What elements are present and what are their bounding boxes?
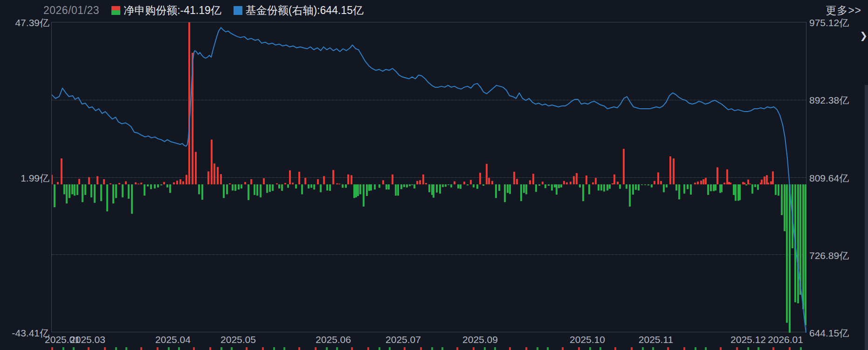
legend-label: 净申购份额:	[124, 3, 180, 18]
x-axis-tick-label: 2026.01	[768, 334, 803, 345]
x-axis-tick-label: 2025.10	[570, 334, 605, 345]
left-axis-tick-label: 47.39亿	[1, 16, 49, 29]
x-axis-tick-label: 2025.09	[462, 334, 498, 345]
legend-item-fund-shares[interactable]: 基金份额(右轴): 644.15亿	[234, 3, 364, 18]
x-axis-tick-label: 2025.04	[155, 334, 191, 345]
x-axis-tick-label: 2025.05	[220, 334, 256, 345]
scrollbar-track[interactable]	[865, 85, 868, 350]
chart-header: 2026/01/23 净申购份额: -41.19亿 基金份额(右轴): 644.…	[0, 0, 868, 21]
right-axis-tick-label: 644.15亿	[809, 327, 849, 340]
more-link[interactable]: 更多>>	[826, 3, 861, 18]
right-axis-tick-label: 892.38亿	[809, 94, 849, 107]
combo-chart-canvas[interactable]	[52, 22, 807, 333]
right-axis-tick-label: 975.12亿	[809, 16, 849, 29]
right-axis-tick-label: 726.89亿	[809, 249, 849, 262]
x-axis-tick-label: 2025.12	[730, 334, 766, 345]
chevron-right-icon[interactable]: ❯	[860, 31, 868, 40]
left-axis-tick-label: 1.99亿	[1, 172, 49, 185]
left-axis-tick-label: -43.41亿	[1, 327, 49, 340]
clipped-lower-panel-strip	[51, 347, 806, 350]
right-axis-tick-label: 809.64亿	[809, 172, 849, 185]
legend-label: 基金份额(右轴):	[246, 3, 320, 18]
x-axis-tick-label: 2025.11	[639, 334, 673, 345]
hover-date-readout: 2026/01/23	[43, 4, 99, 17]
plot-area	[51, 22, 806, 332]
red-green-swatch-icon	[111, 6, 120, 15]
legend-value: -41.19亿	[180, 3, 221, 18]
legend-item-net-subscription[interactable]: 净申购份额: -41.19亿	[111, 3, 221, 18]
x-axis-tick-label: 2025.07	[386, 334, 421, 345]
x-axis-tick-label: 2025.03	[70, 334, 105, 345]
x-axis-tick-label: 2025.06	[316, 334, 351, 345]
legend-value: 644.15亿	[320, 3, 363, 18]
blue-swatch-icon	[234, 6, 242, 15]
